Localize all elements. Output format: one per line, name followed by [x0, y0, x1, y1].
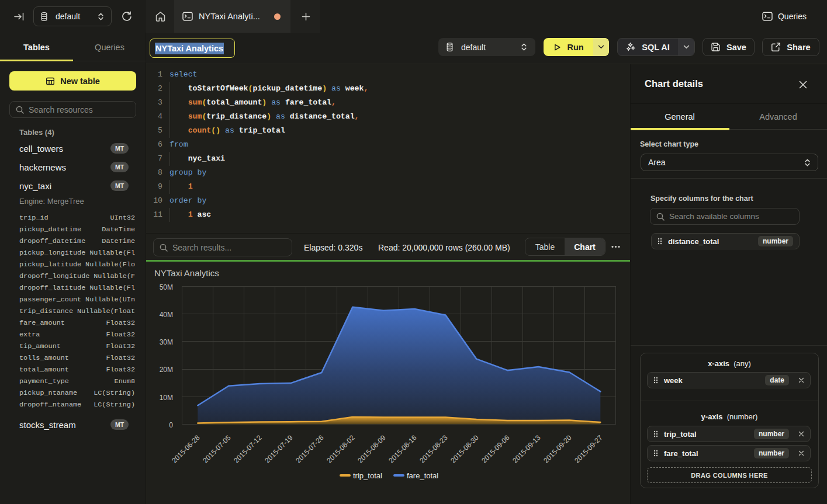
svg-text:10M: 10M: [160, 394, 173, 402]
svg-text:2015-07-05: 2015-07-05: [201, 433, 233, 465]
svg-text:2015-08-02: 2015-08-02: [325, 433, 357, 465]
svg-text:fare_total: fare_total: [407, 471, 438, 480]
svg-text:2015-07-26: 2015-07-26: [294, 433, 326, 465]
svg-text:trip_total: trip_total: [353, 471, 382, 480]
svg-text:0: 0: [169, 421, 173, 429]
svg-text:20M: 20M: [160, 366, 173, 374]
svg-text:50M: 50M: [160, 283, 173, 291]
svg-text:30M: 30M: [160, 338, 173, 346]
svg-text:2015-09-27: 2015-09-27: [573, 433, 604, 465]
svg-text:2015-09-20: 2015-09-20: [542, 433, 573, 465]
svg-text:2015-09-13: 2015-09-13: [511, 433, 542, 465]
svg-text:2015-08-23: 2015-08-23: [418, 433, 449, 465]
svg-text:2015-08-30: 2015-08-30: [449, 433, 480, 465]
svg-text:40M: 40M: [160, 311, 173, 319]
svg-text:2015-08-16: 2015-08-16: [387, 433, 418, 465]
svg-text:2015-07-19: 2015-07-19: [263, 433, 295, 465]
svg-text:2015-06-28: 2015-06-28: [170, 433, 202, 465]
svg-text:2015-08-09: 2015-08-09: [356, 433, 387, 465]
svg-text:2015-09-06: 2015-09-06: [480, 433, 511, 465]
svg-text:2015-07-12: 2015-07-12: [232, 433, 264, 465]
